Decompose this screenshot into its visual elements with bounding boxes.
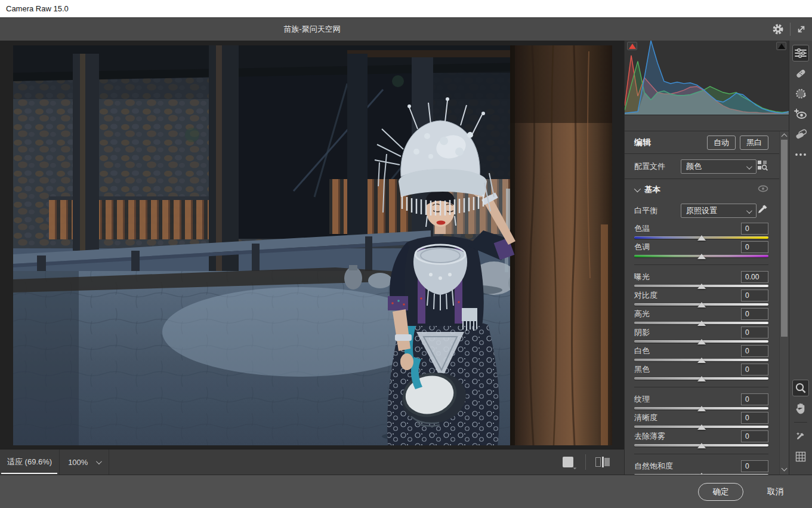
white-balance-label: 白平衡 [634,205,681,216]
slider-曝光: 曝光0.00 [634,270,768,289]
zoom-level-dropdown[interactable]: 100% [60,449,109,475]
header-bar: 苗族-聚问天空网 [0,18,812,41]
slider-track[interactable] [634,235,768,241]
photo-color-cast [13,45,612,445]
highlight-clipping-indicator[interactable] [776,42,786,50]
shadow-clipping-indicator[interactable] [627,42,637,50]
slider-value-input[interactable]: 0 [741,460,768,472]
slider-value-input[interactable]: 0 [741,308,768,320]
basic-section-header[interactable]: 基本 [625,179,789,201]
presets-panel-button[interactable] [792,126,809,143]
slider-thumb[interactable] [697,254,706,259]
slider-色温: 色温0 [634,222,768,241]
fullscreen-expand-icon[interactable] [794,22,808,36]
slider-value-input[interactable]: 0 [741,393,768,405]
slider-track[interactable] [634,338,768,344]
hand-tool-button[interactable] [792,400,809,417]
header-divider [790,23,791,36]
canvas-status-bar: 适应 (69.6%) 100% [0,449,624,475]
black-white-button[interactable]: 黑白 [740,136,768,150]
slider-thumb[interactable] [697,339,706,344]
panel-scrollbar[interactable] [779,131,789,475]
slider-track[interactable] [634,301,768,307]
slider-label: 黑色 [634,364,650,375]
edit-tool-button[interactable] [792,45,809,61]
profile-value: 颜色 [686,161,702,172]
canvas-area: 适应 (69.6%) 100% [0,41,624,475]
fit-zoom-tab[interactable]: 适应 (69.6%) [0,449,60,475]
slider-thumb[interactable] [697,235,706,241]
healing-tool-button[interactable] [792,65,809,82]
slider-label: 纹理 [634,394,650,405]
group-divider [634,454,768,454]
slider-value-input[interactable]: 0.00 [741,271,768,283]
red-eye-tool-button[interactable] [792,106,809,122]
slider-track[interactable] [634,375,768,381]
white-balance-eyedropper-icon[interactable] [757,204,768,218]
slider-thumb[interactable] [697,376,706,381]
histogram[interactable] [625,41,789,115]
slider-value-input[interactable]: 0 [741,241,768,253]
toolbar-divider [794,422,807,423]
slider-track[interactable] [634,472,768,475]
slider-value-input[interactable]: 0 [741,412,768,424]
slider-thumb[interactable] [697,424,706,430]
scroll-down-icon[interactable] [782,466,788,472]
cancel-button[interactable]: 取消 [764,486,787,498]
slider-thumb[interactable] [697,473,706,475]
titlebar: Camera Raw 15.0 [0,0,812,18]
photo-canvas[interactable] [13,45,612,445]
ok-button[interactable]: 确定 [698,483,743,501]
chevron-down-icon [634,186,641,192]
scrollbar-thumb[interactable] [781,140,788,337]
chevron-down-icon [746,208,752,214]
white-balance-tool-button[interactable] [792,428,809,445]
slider-groups: 色温0色调0曝光0.00对比度0高光0阴影0白色0黑色0纹理0清晰度0去除薄雾0… [625,221,789,475]
auto-button[interactable]: 自动 [707,136,736,150]
grid-overlay-button[interactable] [792,448,809,465]
more-options-icon[interactable] [792,146,809,163]
dialog-footer: 确定 取消 [0,475,812,508]
slider-value-input[interactable]: 0 [741,327,768,338]
preview-mode-button[interactable] [563,457,573,467]
histogram-info-strip [625,115,789,131]
edit-controls: 编辑 自动 黑白 配置文件 颜色 [625,131,789,475]
slider-track[interactable] [634,424,768,430]
slider-thumb[interactable] [697,321,706,326]
slider-label: 白色 [634,346,650,356]
slider-track[interactable] [634,253,768,259]
slider-阴影: 阴影0 [634,326,768,344]
slider-白色: 白色0 [634,344,768,363]
slider-thumb[interactable] [697,302,706,307]
scroll-up-icon[interactable] [782,134,788,140]
adjustments-panel: 编辑 自动 黑白 配置文件 颜色 [624,41,789,475]
fit-zoom-label: 适应 (69.6%) [7,457,52,467]
slider-高光: 高光0 [634,307,768,326]
slider-thumb[interactable] [697,358,706,363]
slider-value-input[interactable]: 0 [741,364,768,375]
slider-thumb[interactable] [697,443,706,448]
slider-track[interactable] [634,357,768,363]
before-after-view-button[interactable] [595,457,611,467]
preview-eye-icon[interactable] [758,184,768,195]
slider-清晰度: 清晰度0 [634,411,768,430]
slider-track[interactable] [634,283,768,289]
slider-thumb[interactable] [697,406,706,411]
slider-track[interactable] [634,442,768,448]
camera-raw-window: Camera Raw 15.0 苗族-聚问天空网 [0,0,812,508]
profile-label: 配置文件 [634,161,681,172]
slider-thumb[interactable] [697,284,706,289]
slider-value-input[interactable]: 0 [741,290,768,301]
slider-track[interactable] [634,405,768,411]
profile-browser-icon[interactable] [757,159,768,174]
masking-tool-button[interactable] [792,85,809,102]
slider-value-input[interactable]: 0 [741,345,768,357]
white-balance-select[interactable]: 原照设置 [681,204,757,218]
settings-gear-icon[interactable] [771,22,785,36]
slider-track[interactable] [634,320,768,326]
slider-value-input[interactable]: 0 [741,430,768,442]
slider-label: 去除薄雾 [634,431,665,442]
profile-select[interactable]: 颜色 [681,159,757,174]
slider-value-input[interactable]: 0 [741,223,768,235]
zoom-tool-button[interactable] [792,380,809,396]
